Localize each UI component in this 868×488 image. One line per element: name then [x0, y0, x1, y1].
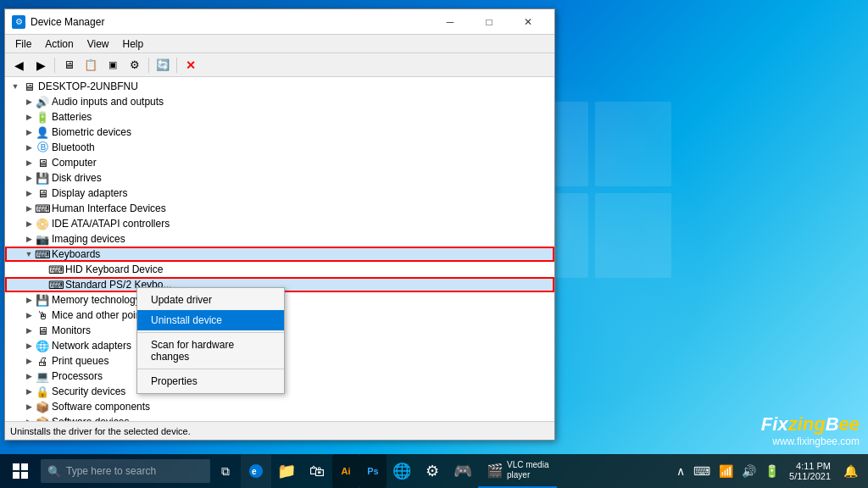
desktop: ⚙ Device Manager ─ □ ✕ File Action View …	[0, 0, 868, 488]
audio-label: Audio inputs and outputs	[52, 96, 164, 108]
tb-back[interactable]: ◀	[8, 56, 29, 75]
ide-label: IDE ATA/ATAPI controllers	[52, 218, 170, 230]
tree-item-sw-devices[interactable]: ▶ 📦 Software devices	[5, 414, 554, 421]
computer-expander: ▶	[22, 156, 36, 169]
ctx-separator-2	[137, 369, 284, 369]
sw-dev-label: Software devices	[52, 416, 129, 421]
device-manager-window: ⚙ Device Manager ─ □ ✕ File Action View …	[4, 8, 555, 441]
memory-expander: ▶	[22, 293, 36, 307]
mice-icon: 🖱	[36, 308, 49, 322]
tb-forward[interactable]: ▶	[31, 56, 51, 75]
imaging-label: Imaging devices	[52, 233, 125, 245]
tb-delete[interactable]: ✕	[181, 56, 201, 75]
settings-button[interactable]: ⚙	[417, 454, 448, 488]
network-label: Network adapters	[52, 340, 131, 352]
svg-rect-2	[13, 472, 19, 479]
folder-button[interactable]: 📁	[271, 454, 302, 488]
svg-rect-0	[13, 463, 19, 470]
keyboards-label: Keyboards	[52, 248, 100, 260]
maximize-button[interactable]: □	[470, 9, 509, 35]
toolbar-separator-3	[176, 58, 177, 73]
network-icon[interactable]: 📶	[715, 454, 737, 488]
imaging-expander: ▶	[22, 232, 36, 246]
tb-properties[interactable]: 📋	[81, 56, 101, 75]
tree-root[interactable]: ▼ 🖥 DESKTOP-2UNBFNU	[5, 79, 554, 94]
tree-item-biometric[interactable]: ▶ 👤 Biometric devices	[5, 125, 554, 140]
toolbar: ◀ ▶ 🖥 📋 ▣ ⚙ 🔄 ✕	[5, 53, 554, 77]
batteries-icon: 🔋	[36, 110, 49, 124]
xbox-button[interactable]: 🎮	[448, 454, 478, 488]
tree-item-batteries[interactable]: ▶ 🔋 Batteries	[5, 109, 554, 125]
ctx-update-driver[interactable]: Update driver	[137, 290, 284, 310]
tb-scan[interactable]: 🖥	[58, 56, 79, 75]
menu-action[interactable]: Action	[38, 36, 80, 52]
tree-item-bluetooth[interactable]: ▶ Ⓑ Bluetooth	[5, 140, 554, 155]
keyboards-icon: ⌨	[36, 247, 49, 261]
menu-view[interactable]: View	[81, 36, 116, 52]
tree-item-hid[interactable]: ▶ ⌨ Human Interface Devices	[5, 201, 554, 216]
batteries-label: Batteries	[52, 111, 92, 123]
battery-icon[interactable]: 🔋	[761, 454, 782, 488]
task-view-button[interactable]: ⧉	[210, 454, 241, 488]
mice-expander: ▶	[22, 308, 36, 322]
hid-keyboard-icon: ⌨	[49, 263, 63, 276]
tree-item-disk[interactable]: ▶ 💾 Disk drives	[5, 170, 554, 186]
illustrator-button[interactable]: Ai	[332, 454, 359, 488]
edge-button[interactable]: e	[241, 454, 271, 488]
watermark-url: www.fixingbee.com	[761, 435, 860, 447]
svg-text:e: e	[252, 467, 257, 476]
tree-item-keyboards[interactable]: ▼ ⌨ Keyboards	[5, 247, 554, 262]
sw-dev-expander: ▶	[22, 415, 36, 421]
biometric-expander: ▶	[22, 125, 36, 139]
tb-update[interactable]: ▣	[103, 56, 123, 75]
batteries-expander: ▶	[22, 110, 36, 124]
taskbar-search[interactable]: 🔍 Type here to search	[41, 459, 210, 483]
sw-comp-label: Software components	[52, 401, 150, 413]
clock[interactable]: 4:11 PM 5/11/2021	[784, 461, 836, 481]
audio-icon: 🔊	[36, 95, 49, 108]
tree-item-audio[interactable]: ▶ 🔊 Audio inputs and outputs	[5, 94, 554, 109]
tree-item-display[interactable]: ▶ 🖥 Display adapters	[5, 186, 554, 201]
chrome-button[interactable]: 🌐	[387, 454, 417, 488]
tb-uninstall[interactable]: 🔄	[153, 56, 173, 75]
minimize-button[interactable]: ─	[431, 9, 470, 35]
taskbar-right: ∧ ⌨ 📶 🔊 🔋 4:11 PM 5/11/2021 🔔	[673, 454, 868, 488]
edge-icon: e	[248, 463, 264, 480]
start-button[interactable]	[0, 454, 41, 488]
tree-item-computer[interactable]: ▶ 🖥 Computer	[5, 155, 554, 170]
ctx-uninstall-device[interactable]: Uninstall device	[137, 310, 284, 330]
photoshop-button[interactable]: Ps	[359, 454, 387, 488]
device-tree[interactable]: ▼ 🖥 DESKTOP-2UNBFNU ▶ 🔊 Audio inputs and…	[5, 77, 554, 421]
computer-label: Computer	[52, 157, 97, 169]
toolbar-separator-1	[54, 58, 55, 73]
disk-label: Disk drives	[52, 172, 102, 184]
ps2-icon: ⌨	[49, 278, 63, 291]
status-bar: Uninstalls the driver for the selected d…	[5, 421, 554, 440]
tb-driver[interactable]: ⚙	[125, 56, 145, 75]
ide-icon: 📀	[36, 217, 49, 230]
ctx-properties[interactable]: Properties	[137, 371, 284, 391]
chevron-up-icon[interactable]: ∧	[673, 454, 688, 488]
toolbar-separator-2	[148, 58, 149, 73]
menu-bar: File Action View Help	[5, 35, 554, 53]
tree-item-imaging[interactable]: ▶ 📷 Imaging devices	[5, 231, 554, 247]
close-button[interactable]: ✕	[509, 9, 548, 35]
print-label: Print queues	[52, 355, 108, 367]
network-icon: 🌐	[36, 339, 49, 352]
context-menu: Update driver Uninstall device Scan for …	[136, 287, 285, 394]
vlc-task[interactable]: 🎬 VLC mediaplayer	[478, 454, 557, 488]
clock-date: 5/11/2021	[789, 471, 831, 481]
hid-keyboard-label: HID Keyboard Device	[65, 263, 163, 275]
tree-item-sw-components[interactable]: ▶ 📦 Software components	[5, 399, 554, 414]
tree-item-hid-keyboard[interactable]: ⌨ HID Keyboard Device	[5, 262, 554, 277]
ctx-scan-hardware[interactable]: Scan for hardware changes	[137, 335, 284, 367]
notification-button[interactable]: 🔔	[837, 454, 863, 488]
tree-item-ide[interactable]: ▶ 📀 IDE ATA/ATAPI controllers	[5, 216, 554, 231]
store-button[interactable]: 🛍	[302, 454, 332, 488]
display-icon: 🖥	[36, 186, 49, 200]
menu-help[interactable]: Help	[116, 36, 151, 52]
keyboard-icon[interactable]: ⌨	[690, 454, 714, 488]
volume-icon[interactable]: 🔊	[738, 454, 760, 488]
menu-file[interactable]: File	[8, 36, 38, 52]
hid-icon: ⌨	[36, 202, 49, 215]
